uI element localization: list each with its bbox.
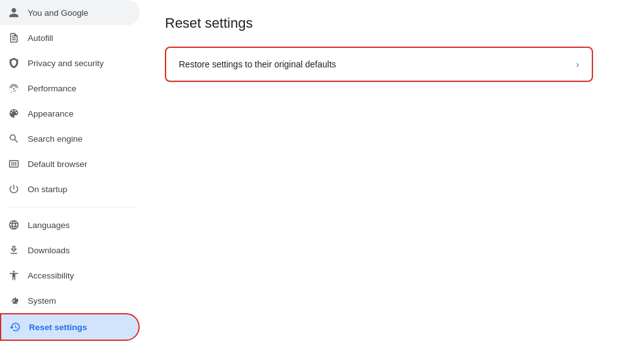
sidebar-item-label: Privacy and security — [28, 59, 104, 68]
system-icon — [8, 294, 20, 307]
sidebar-item-label: Languages — [28, 221, 70, 230]
sidebar: You and Google Autofill Privacy and secu… — [0, 0, 145, 344]
autofill-icon — [8, 32, 20, 44]
languages-icon — [8, 219, 20, 231]
sidebar-item-autofill[interactable]: Autofill — [0, 25, 140, 50]
sidebar-divider — [8, 207, 137, 207]
sidebar-item-default-browser[interactable]: Default browser — [0, 151, 140, 176]
sidebar-item-privacy-and-security[interactable]: Privacy and security — [0, 50, 140, 76]
sidebar-item-label: Downloads — [28, 246, 70, 255]
sidebar-item-accessibility[interactable]: Accessibility — [0, 263, 140, 288]
sidebar-item-label: Performance — [28, 84, 76, 93]
main-content: Reset settings Restore settings to their… — [145, 0, 644, 344]
person-icon — [8, 6, 20, 19]
sidebar-item-label: You and Google — [28, 8, 88, 18]
sidebar-item-label: Appearance — [28, 109, 74, 118]
sidebar-item-system[interactable]: System — [0, 288, 140, 313]
default-browser-icon — [8, 158, 20, 170]
on-startup-icon — [8, 183, 20, 195]
reset-settings-icon — [9, 321, 21, 333]
sidebar-item-label: Accessibility — [28, 271, 74, 280]
sidebar-item-label: On startup — [28, 185, 67, 194]
appearance-icon — [8, 107, 20, 120]
sidebar-item-label: Reset settings — [29, 323, 87, 332]
page-title: Reset settings — [165, 15, 624, 32]
sidebar-item-languages[interactable]: Languages — [0, 212, 140, 238]
restore-settings-label: Restore settings to their original defau… — [179, 59, 336, 69]
performance-icon — [8, 82, 20, 95]
sidebar-item-label: Autofill — [28, 33, 54, 43]
sidebar-item-label: System — [28, 296, 56, 306]
sidebar-item-you-and-google[interactable]: You and Google — [0, 0, 140, 25]
sidebar-item-on-startup[interactable]: On startup — [0, 176, 140, 202]
sidebar-item-label: Search engine — [28, 134, 82, 144]
sidebar-item-reset-settings[interactable]: Reset settings — [0, 313, 140, 341]
chevron-right-icon: › — [576, 59, 579, 69]
sidebar-item-label: Default browser — [28, 159, 88, 169]
shield-icon — [8, 57, 20, 69]
sidebar-item-search-engine[interactable]: Search engine — [0, 126, 140, 151]
sidebar-item-appearance[interactable]: Appearance — [0, 101, 140, 126]
accessibility-icon — [8, 269, 20, 282]
sidebar-item-performance[interactable]: Performance — [0, 76, 140, 101]
restore-settings-card[interactable]: Restore settings to their original defau… — [165, 47, 593, 82]
downloads-icon — [8, 244, 20, 256]
sidebar-item-downloads[interactable]: Downloads — [0, 238, 140, 263]
search-icon — [8, 132, 20, 145]
